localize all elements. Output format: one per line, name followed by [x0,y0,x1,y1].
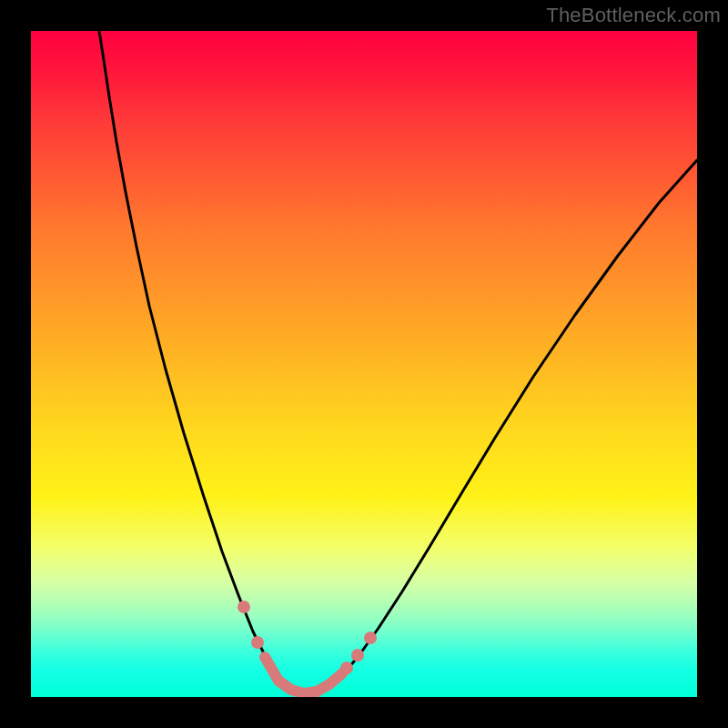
svg-point-2 [340,662,353,674]
svg-point-4 [364,632,377,644]
gradient-plot-area [31,31,697,697]
watermark-text: TheBottleneck.com [546,4,721,27]
svg-point-1 [251,636,264,649]
marker-group [238,601,377,693]
svg-point-0 [238,601,250,613]
chart-frame: TheBottleneck.com [0,0,728,728]
curve-group [99,31,697,694]
svg-point-3 [351,649,364,662]
curve-svg [31,31,697,697]
